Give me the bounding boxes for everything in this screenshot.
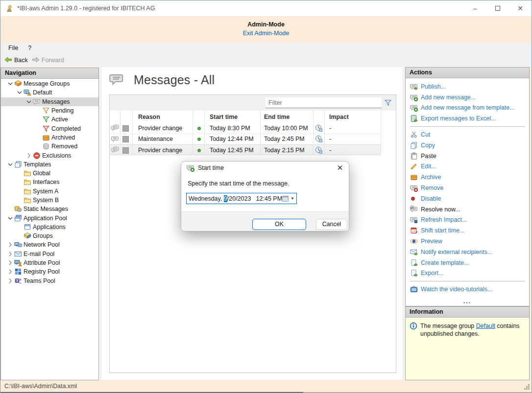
tree-item-archived[interactable]: Archived bbox=[1, 133, 98, 142]
tree-item-active[interactable]: Active bbox=[1, 115, 98, 124]
tree-item-network-pool[interactable]: Network Pool bbox=[1, 240, 98, 249]
action-preview[interactable]: Preview bbox=[406, 236, 529, 247]
filter-row bbox=[110, 95, 396, 111]
navigation-panel: Navigation Message GroupsDefaultMessages… bbox=[0, 68, 99, 380]
tree-item-groups[interactable]: Groups bbox=[1, 231, 98, 240]
action-label: Copy bbox=[421, 142, 435, 149]
tree-item-label: Static Messages bbox=[24, 206, 68, 212]
minimize-button[interactable]: – bbox=[464, 0, 486, 16]
actions-header: Actions bbox=[406, 68, 529, 78]
action-add-new-message[interactable]: Add new message... bbox=[406, 92, 529, 103]
tree-item-message-groups[interactable]: Message Groups bbox=[1, 79, 98, 88]
action-shift-start-time[interactable]: 17Shift start time... bbox=[406, 225, 529, 236]
filter-funnel-icon[interactable] bbox=[384, 99, 392, 107]
dialog-title: Start time bbox=[198, 164, 224, 171]
close-button[interactable]: ✕ bbox=[509, 0, 532, 16]
chevron-down-icon[interactable] bbox=[24, 98, 33, 106]
tree-item-exclusions[interactable]: Exclusions bbox=[1, 151, 98, 160]
back-button[interactable]: Back bbox=[4, 56, 28, 65]
tree-item-global[interactable]: Global bbox=[1, 169, 98, 178]
action-disable[interactable]: Disable bbox=[406, 193, 529, 204]
tree-item-system-b[interactable]: System B bbox=[1, 196, 98, 205]
chevron-right-icon[interactable] bbox=[6, 259, 14, 267]
calendar-icon[interactable] bbox=[282, 195, 289, 202]
action-cut[interactable]: Cut bbox=[406, 129, 529, 140]
tree-item-label: Archived bbox=[51, 134, 75, 141]
action-add-new-message-from-template[interactable]: Add new message from template... bbox=[406, 103, 529, 114]
default-group-link[interactable]: Default bbox=[476, 323, 495, 329]
column-header-impact[interactable]: Impact bbox=[329, 111, 349, 123]
tree-item-pending[interactable]: Pending bbox=[1, 106, 98, 115]
chevron-down-icon[interactable] bbox=[6, 214, 14, 222]
folder-icon bbox=[24, 187, 33, 195]
tree-item-default[interactable]: Default bbox=[1, 88, 98, 97]
chevron-right-icon[interactable] bbox=[6, 241, 14, 249]
create-template-icon bbox=[410, 259, 421, 267]
action-export-messages-to-excel[interactable]: Export messages to Excel... bbox=[406, 113, 529, 124]
action-label: Archive bbox=[421, 174, 441, 181]
filter-input[interactable] bbox=[266, 97, 382, 108]
action-watch-the-video-tutorials[interactable]: Watch the video-tutorials... bbox=[406, 284, 529, 295]
action-label: Preview bbox=[421, 238, 442, 245]
splitter-handle[interactable]: ••• bbox=[406, 301, 529, 305]
action-label: Add new message... bbox=[421, 94, 476, 101]
ok-button[interactable]: OK bbox=[252, 219, 306, 230]
table-row[interactable]: Provider changeToday 12:45 PMToday 2:15 … bbox=[110, 144, 381, 155]
action-refresh-impact[interactable]: Refresh Impact... bbox=[406, 215, 529, 226]
column-header-start-time[interactable]: Start time bbox=[210, 111, 238, 123]
resolve-icon bbox=[410, 206, 421, 213]
message-color-square bbox=[122, 123, 129, 134]
action-label: Resolve now... bbox=[421, 206, 460, 213]
action-archive[interactable]: Archive bbox=[406, 172, 529, 183]
tree-item-application-pool[interactable]: Application Pool bbox=[1, 213, 98, 222]
table-header-row: Reason Start time End time Impact bbox=[110, 111, 396, 123]
date-time-picker[interactable]: Wednesday, 9/20/202312:45 PM ▼ bbox=[186, 193, 297, 204]
chevron-right-icon[interactable] bbox=[6, 277, 14, 285]
tree-item-e-mail-pool[interactable]: E-mail Pool bbox=[1, 250, 98, 258]
tree-item-completed[interactable]: Completed bbox=[1, 124, 98, 133]
chevron-right-icon[interactable] bbox=[6, 250, 14, 258]
table-row[interactable]: MaintenanceToday 12:44 PMToday 2:45 PM- bbox=[110, 134, 381, 144]
tree-item-static-messages[interactable]: Static Messages bbox=[1, 205, 98, 213]
tree-item-applications[interactable]: Applications bbox=[1, 223, 98, 231]
column-header-end-time[interactable]: End time bbox=[264, 111, 290, 123]
chevron-down-icon[interactable] bbox=[6, 161, 14, 168]
action-export[interactable]: Export... bbox=[406, 268, 529, 279]
action-remove[interactable]: Remove bbox=[406, 183, 529, 193]
tree-item-attribute-pool[interactable]: Attribute Pool bbox=[1, 258, 98, 267]
forward-button[interactable]: Forward bbox=[32, 56, 64, 65]
action-edit[interactable]: Edit... bbox=[406, 162, 529, 172]
column-header-reason[interactable]: Reason bbox=[138, 111, 160, 123]
action-label: Edit... bbox=[421, 163, 436, 170]
resize-grip[interactable] bbox=[524, 384, 530, 390]
action-label: Disable bbox=[421, 195, 441, 202]
exclusions-icon bbox=[33, 152, 42, 160]
action-notify-external-recipients[interactable]: Notify external recipients... bbox=[406, 247, 529, 257]
table-row[interactable]: Provider changeToday 8:30 PMToday 10:00 … bbox=[110, 123, 381, 134]
action-paste[interactable]: Paste bbox=[406, 151, 529, 162]
action-copy[interactable]: Copy bbox=[406, 140, 529, 151]
menu-file[interactable]: File bbox=[3, 45, 23, 51]
chevron-right-icon[interactable] bbox=[24, 152, 33, 160]
tree-item-removed[interactable]: Removed bbox=[1, 142, 98, 151]
cancel-button[interactable]: Cancel bbox=[316, 219, 347, 230]
publish-icon bbox=[410, 83, 421, 91]
maximize-button[interactable] bbox=[486, 0, 509, 16]
tree-item-interfaces[interactable]: Interfaces bbox=[1, 178, 98, 186]
tree-item-messages[interactable]: Messages bbox=[1, 97, 98, 106]
action-create-template[interactable]: Create template... bbox=[406, 257, 529, 268]
chevron-down-icon[interactable] bbox=[15, 89, 24, 96]
tree-item-templates[interactable]: Templates bbox=[1, 160, 98, 169]
dropdown-arrow-icon[interactable]: ▼ bbox=[290, 196, 294, 201]
chevron-right-icon[interactable] bbox=[6, 268, 14, 276]
tree-item-registry-pool[interactable]: Registry Pool bbox=[1, 267, 98, 276]
tree-item-label: Network Pool bbox=[24, 241, 60, 248]
action-resolve-now[interactable]: Resolve now... bbox=[406, 204, 529, 215]
chevron-down-icon[interactable] bbox=[6, 80, 14, 88]
action-publish[interactable]: Publish... bbox=[406, 81, 529, 92]
menu-help[interactable]: ? bbox=[23, 45, 36, 51]
exit-admin-mode-link[interactable]: Exit Admin-Mode bbox=[243, 30, 289, 37]
tree-item-teams-pool[interactable]: TTeams Pool bbox=[1, 277, 98, 285]
dialog-close-icon[interactable]: ✕ bbox=[336, 164, 344, 172]
tree-item-system-a[interactable]: System A bbox=[1, 187, 98, 196]
